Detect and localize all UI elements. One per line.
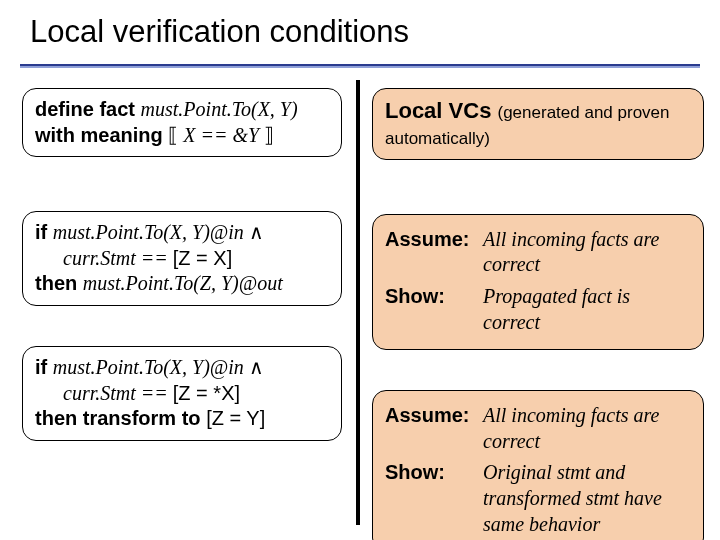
rule-box-1: if must.Point.To(X, Y)@in ∧ curr.Stmt ==…	[22, 211, 342, 306]
premise2b: [Z = *X]	[173, 382, 240, 404]
and-icon: ∧	[249, 356, 264, 378]
conclusion: [Z = Y]	[206, 407, 265, 429]
define-kw: define fact	[35, 98, 141, 120]
local-vcs-title: Local VCs	[385, 98, 497, 123]
then-kw: then	[35, 272, 83, 294]
rule-box-2: if must.Point.To(X, Y)@in ∧ curr.Stmt ==…	[22, 346, 342, 441]
if-kw: if	[35, 221, 53, 243]
left-column: define fact must.Point.To(X, Y) with mea…	[22, 88, 342, 441]
show-value: Propagated fact is correct	[483, 284, 691, 335]
premise1: must.Point.To(X, Y)@in	[53, 356, 249, 378]
title-underline	[20, 64, 700, 68]
assume-value: All incoming facts are correct	[483, 403, 691, 454]
premise2a: curr.Stmt ==	[63, 382, 173, 404]
assume-label: Assume:	[385, 227, 483, 253]
if-kw: if	[35, 356, 53, 378]
then-kw: then transform to	[35, 407, 206, 429]
vc-box-2: Assume: All incoming facts are correct S…	[372, 390, 704, 540]
premise1: must.Point.To(X, Y)@in	[53, 221, 249, 243]
show-value: Original stmt and transformed stmt have …	[483, 460, 691, 537]
close-bracket: ⟧	[264, 124, 274, 146]
meaning-expr: X == &Y	[178, 124, 264, 146]
open-bracket: ⟦	[168, 124, 178, 146]
and-icon: ∧	[249, 221, 264, 243]
premise2b: [Z = X]	[173, 247, 232, 269]
premise2a: curr.Stmt ==	[63, 247, 173, 269]
meaning-kw: with meaning	[35, 124, 168, 146]
vc-box-1: Assume: All incoming facts are correct S…	[372, 214, 704, 350]
assume-value: All incoming facts are correct	[483, 227, 691, 278]
right-column: Local VCs (generated and proven automati…	[372, 88, 704, 540]
vertical-divider	[356, 80, 360, 525]
slide-title: Local verification conditions	[30, 14, 409, 50]
show-label: Show:	[385, 284, 483, 310]
conclusion: must.Point.To(Z, Y)@out	[83, 272, 283, 294]
show-label: Show:	[385, 460, 483, 486]
define-fact-box: define fact must.Point.To(X, Y) with mea…	[22, 88, 342, 157]
define-fact: must.Point.To(X, Y)	[141, 98, 298, 120]
local-vcs-header-box: Local VCs (generated and proven automati…	[372, 88, 704, 160]
assume-label: Assume:	[385, 403, 483, 429]
